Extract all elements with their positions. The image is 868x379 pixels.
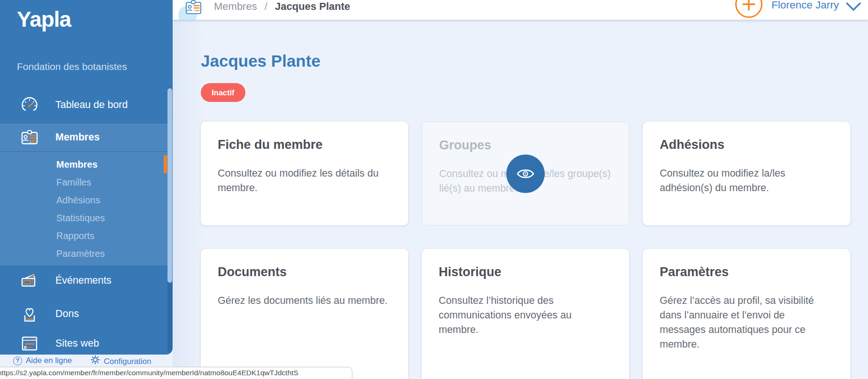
member-card-icon — [19, 127, 40, 148]
card-adhesions[interactable]: Adhésions Consultez ou modifiez la/les a… — [643, 122, 850, 225]
add-button[interactable] — [735, 0, 762, 18]
sidebar-item-label: Membres — [55, 131, 99, 143]
submenu-item-rapports[interactable]: Rapports — [0, 227, 173, 245]
eye-icon — [516, 166, 535, 181]
card-groupes[interactable]: Groupes Consultez ou modifiez le/les gro… — [422, 122, 629, 225]
card-description: Gérez les documents liés au membre. — [218, 294, 391, 308]
page-title: Jacques Plante — [201, 52, 850, 70]
sidebar-item-label: Dons — [55, 308, 79, 320]
card-description: Consultez ou modifiez la/les adhésion(s)… — [660, 166, 833, 195]
submenu-item-statistiques[interactable]: Statistiques — [0, 209, 173, 227]
card-title: Documents — [218, 265, 391, 279]
submenu-item-adhesions[interactable]: Adhésions — [0, 191, 173, 209]
browser-icon: www — [19, 333, 40, 354]
card-title: Historique — [439, 265, 612, 279]
sidebar-item-label: Tableau de bord — [55, 99, 128, 111]
sidebar-item-tableau-de-bord[interactable]: Tableau de bord — [0, 90, 173, 120]
sidebar-item-label: Sites web — [55, 338, 99, 349]
submenu-item-membres[interactable]: Membres — [0, 155, 173, 173]
card-parametres[interactable]: Paramètres Gérez l’accès au profil, sa v… — [643, 249, 850, 379]
submenu-item-familles[interactable]: Familles — [0, 173, 173, 191]
card-historique[interactable]: Historique Consultez l’historique des co… — [422, 249, 629, 379]
sidebar: Yapla Fondation des botanistes Tableau d… — [0, 0, 173, 355]
svg-text:www: www — [24, 341, 35, 346]
sidebar-item-dons[interactable]: Dons — [0, 299, 173, 329]
card-description: Consultez ou modifiez les détails du mem… — [218, 166, 391, 195]
membres-submenu: Membres Familles Adhésions Statistiques … — [0, 152, 173, 265]
card-description: Consultez l’historique des communication… — [439, 294, 612, 337]
breadcrumb-member-card-icon — [185, 0, 204, 18]
footer-links: ? Aide en ligne Configuration — [0, 355, 151, 368]
link-preview-url: https://s2.yapla.com/member/fr/member/co… — [0, 367, 298, 379]
topbar: Membres / Jacques Plante Florence Jarry — [173, 0, 868, 20]
sidebar-item-evenements[interactable]: Événements — [0, 265, 173, 295]
card-title: Paramètres — [660, 265, 833, 279]
card-fiche-du-membre[interactable]: Fiche du membre Consultez ou modifiez le… — [201, 122, 408, 225]
sidebar-scrollbar[interactable] — [168, 87, 172, 352]
sidebar-active-section: Membres Membres Familles Adhésions Stati… — [0, 123, 173, 265]
card-title: Adhésions — [660, 138, 833, 152]
main-content: Jacques Plante Inactif Fiche du membre C… — [173, 20, 868, 379]
breadcrumb-separator: / — [265, 0, 267, 12]
card-title: Fiche du membre — [218, 138, 391, 152]
plus-icon — [737, 0, 761, 16]
donation-box-icon — [19, 303, 40, 325]
status-badge: Inactif — [201, 83, 245, 102]
organization-name: Fondation des botanistes — [17, 61, 127, 72]
tickets-icon — [19, 270, 40, 291]
card-grid: Fiche du membre Consultez ou modifiez le… — [201, 122, 850, 379]
view-groups-button[interactable] — [506, 155, 545, 193]
breadcrumb-parent[interactable]: Membres — [214, 0, 257, 12]
sidebar-scrollbar-thumb[interactable] — [168, 88, 172, 283]
app-window: Yapla Fondation des botanistes Tableau d… — [0, 0, 868, 379]
configuration-link[interactable]: Configuration — [91, 355, 151, 368]
breadcrumb: Membres / Jacques Plante — [214, 0, 350, 13]
gear-icon — [91, 355, 100, 368]
browser-status-bar: https://s2.yapla.com/member/fr/member/co… — [0, 367, 352, 379]
user-menu[interactable]: Florence Jarry — [771, 0, 839, 11]
card-documents[interactable]: Documents Gérez les documents liés au me… — [201, 249, 408, 379]
card-description: Gérez l’accès au profil, sa visibilité d… — [660, 294, 833, 352]
active-indicator — [164, 155, 167, 173]
submenu-item-parametres[interactable]: Paramètres — [0, 245, 173, 263]
help-link[interactable]: ? Aide en ligne — [13, 355, 72, 366]
chevron-down-icon[interactable] — [845, 2, 861, 14]
dashboard-icon — [19, 94, 40, 116]
breadcrumb-current: Jacques Plante — [275, 0, 350, 12]
sidebar-item-membres[interactable]: Membres — [0, 124, 173, 152]
help-icon: ? — [13, 356, 22, 365]
card-title: Groupes — [439, 138, 612, 153]
yapla-logo[interactable]: Yapla — [17, 7, 71, 32]
sidebar-item-sites-web[interactable]: www Sites web — [0, 328, 173, 355]
sidebar-item-label: Événements — [55, 275, 112, 286]
